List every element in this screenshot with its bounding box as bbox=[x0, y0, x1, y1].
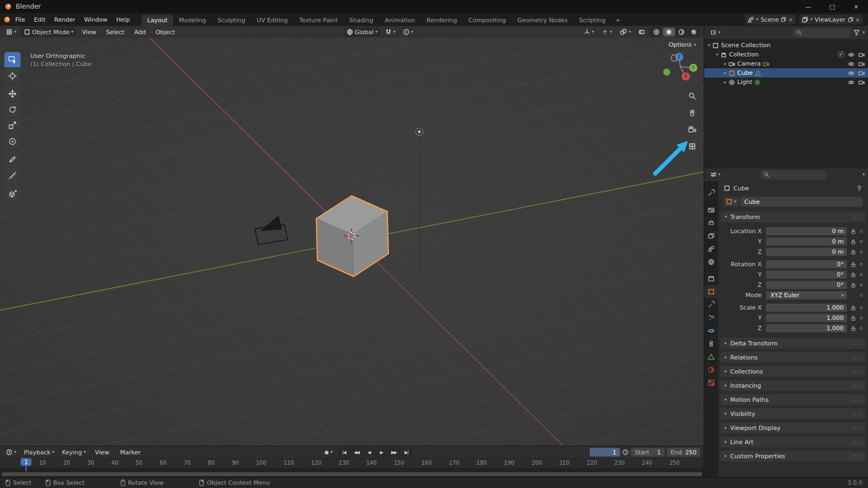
viewport-3d[interactable]: Z Y X bbox=[0, 38, 704, 446]
playhead[interactable]: 1 bbox=[21, 458, 31, 471]
overlays-dropdown[interactable]: ▾ bbox=[617, 27, 634, 37]
outliner-row-scene-collection[interactable]: ▾ Scene Collection bbox=[704, 41, 868, 50]
transform-orientation-dropdown[interactable]: Global ▾ bbox=[344, 27, 380, 37]
animate-dot-icon[interactable] bbox=[860, 251, 863, 253]
animate-dot-icon[interactable] bbox=[860, 273, 863, 276]
scale-y-input[interactable]: 1.000 bbox=[766, 314, 847, 322]
lock-icon[interactable] bbox=[849, 262, 857, 267]
options-button[interactable]: Options ▾ bbox=[669, 41, 696, 48]
properties-tab-view-layer[interactable] bbox=[704, 229, 718, 242]
timeline-ruler[interactable]: 1020304050607080901001101201301401501601… bbox=[0, 458, 704, 468]
editor-type-button[interactable]: ▾ bbox=[3, 27, 19, 37]
frame-end-field[interactable]: End 250 bbox=[667, 448, 700, 457]
object-name-field[interactable]: Cube bbox=[741, 197, 863, 207]
tool-transform[interactable] bbox=[4, 133, 21, 149]
lock-icon[interactable] bbox=[849, 229, 857, 234]
viewport-menu-add[interactable]: Add bbox=[130, 27, 149, 37]
timeline-menu-playback[interactable]: Playback▾ bbox=[21, 447, 57, 457]
hide-eye-icon[interactable] bbox=[848, 70, 854, 76]
tool-scale[interactable] bbox=[4, 118, 21, 133]
location-z-input[interactable]: 0 m bbox=[766, 248, 847, 256]
properties-tab-physics[interactable] bbox=[704, 324, 718, 337]
menu-render[interactable]: Render bbox=[50, 13, 80, 26]
section-motion-paths[interactable]: ▸Motion Paths∷∷ bbox=[720, 394, 866, 405]
blender-menu-logo-icon[interactable] bbox=[3, 16, 11, 23]
workspace-tab-layout[interactable]: Layout bbox=[142, 15, 173, 26]
section-relations[interactable]: ▸Relations∷∷ bbox=[720, 352, 866, 363]
add-workspace-button[interactable]: + bbox=[611, 15, 624, 26]
animate-dot-icon[interactable] bbox=[860, 327, 863, 330]
outliner-search-input[interactable] bbox=[804, 29, 847, 36]
tool-add-cube[interactable] bbox=[4, 186, 21, 202]
xray-toggle[interactable] bbox=[636, 27, 648, 37]
hide-eye-icon[interactable] bbox=[848, 52, 854, 58]
render-camera-icon[interactable] bbox=[858, 52, 865, 58]
camera-view-button[interactable] bbox=[686, 124, 698, 136]
proportional-editing-toggle[interactable]: ▾ bbox=[400, 27, 416, 37]
view-layer-selector[interactable]: ▾ ViewLayer × bbox=[799, 15, 863, 24]
unlink-scene-icon[interactable]: × bbox=[788, 17, 793, 23]
scene-selector[interactable]: ▾ Scene × bbox=[745, 15, 796, 24]
drag-handle-icon[interactable]: ∷∷ bbox=[852, 439, 861, 445]
workspace-tab-scripting[interactable]: Scripting bbox=[573, 15, 611, 26]
section-instancing[interactable]: ▸Instancing∷∷ bbox=[720, 380, 866, 391]
chevron-down-icon[interactable]: ▾ bbox=[863, 172, 865, 177]
disclosure-triangle-icon[interactable]: ▾ bbox=[716, 53, 718, 57]
animate-dot-icon[interactable] bbox=[860, 306, 863, 309]
properties-tab-render[interactable] bbox=[704, 203, 718, 216]
section-collections[interactable]: ▸Collections∷∷ bbox=[720, 366, 866, 377]
lock-icon[interactable] bbox=[849, 316, 857, 321]
properties-tab-particles[interactable] bbox=[704, 311, 718, 324]
cube-object[interactable] bbox=[316, 196, 388, 277]
object-id-button[interactable]: ▾ bbox=[724, 197, 738, 207]
jump-to-end-button[interactable]: ▶| bbox=[400, 448, 412, 457]
drag-handle-icon[interactable]: ∷∷ bbox=[852, 397, 861, 403]
scale-z-input[interactable]: 1.000 bbox=[766, 324, 847, 332]
play-button[interactable]: ▶ bbox=[375, 448, 387, 457]
rotation-z-input[interactable]: 0° bbox=[766, 281, 847, 289]
drag-handle-icon[interactable]: ∷∷ bbox=[852, 425, 861, 431]
drag-handle-icon[interactable]: ∷∷ bbox=[852, 214, 861, 220]
drag-handle-icon[interactable]: ∷∷ bbox=[852, 355, 861, 361]
animate-dot-icon[interactable] bbox=[860, 230, 863, 233]
outliner-row-collection[interactable]: ▾ Collection ✓ bbox=[704, 50, 868, 59]
lock-icon[interactable] bbox=[849, 239, 857, 245]
camera-object[interactable] bbox=[255, 216, 288, 245]
play-reverse-button[interactable]: ◀ bbox=[363, 448, 375, 457]
lock-icon[interactable] bbox=[849, 249, 857, 255]
drag-handle-icon[interactable]: ∷∷ bbox=[852, 369, 861, 375]
rotation-x-input[interactable]: 0° bbox=[766, 260, 847, 268]
disclosure-triangle-icon[interactable]: ▸ bbox=[724, 62, 726, 66]
transform-panel-header[interactable]: ▾ Transform ∷∷ bbox=[720, 211, 866, 222]
animate-dot-icon[interactable] bbox=[860, 284, 863, 286]
chevron-down-icon[interactable]: ▾ bbox=[863, 30, 865, 35]
outliner-search[interactable] bbox=[793, 28, 851, 37]
lock-icon[interactable] bbox=[849, 326, 857, 331]
remove-view-layer-icon[interactable]: × bbox=[856, 17, 860, 23]
timeline-track[interactable] bbox=[0, 468, 704, 477]
drag-handle-icon[interactable]: ∷∷ bbox=[852, 411, 861, 417]
lock-icon[interactable] bbox=[849, 305, 857, 311]
timeline-scrollbar[interactable] bbox=[2, 472, 702, 476]
rotation-y-input[interactable]: 0° bbox=[766, 271, 847, 279]
animate-dot-icon[interactable] bbox=[860, 294, 863, 297]
render-camera-icon[interactable] bbox=[858, 70, 865, 76]
tool-rotate[interactable] bbox=[4, 102, 21, 118]
properties-tab-world[interactable] bbox=[704, 255, 718, 268]
timeline-editor-type-button[interactable]: ▾ bbox=[3, 447, 19, 457]
section-viewport-display[interactable]: ▸Viewport Display∷∷ bbox=[720, 422, 866, 433]
animate-dot-icon[interactable] bbox=[860, 317, 863, 319]
lock-icon[interactable] bbox=[849, 272, 857, 278]
collection-checkbox[interactable]: ✓ bbox=[838, 52, 844, 57]
animate-dot-icon[interactable] bbox=[860, 240, 863, 243]
outliner-row-light[interactable]: ▸ Light bbox=[704, 78, 868, 87]
gizmo-minus-y-ball[interactable] bbox=[663, 69, 671, 76]
maximize-button[interactable]: □ bbox=[820, 0, 844, 13]
render-camera-icon[interactable] bbox=[858, 61, 865, 67]
light-object[interactable] bbox=[416, 128, 423, 275]
menu-help[interactable]: Help bbox=[112, 13, 134, 26]
auto-keying-toggle[interactable]: ● ▾ bbox=[322, 447, 335, 457]
new-scene-icon[interactable] bbox=[781, 17, 786, 22]
properties-tab-output[interactable] bbox=[704, 216, 718, 229]
properties-editor-type-button[interactable]: ▾ bbox=[707, 170, 723, 179]
